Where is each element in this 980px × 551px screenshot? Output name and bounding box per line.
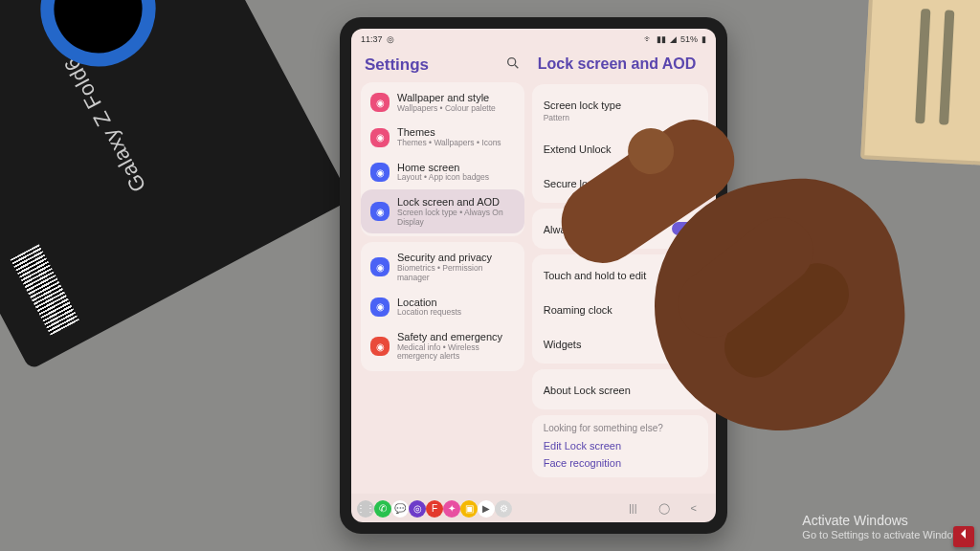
suggestions-card: Looking for something else?Edit Lock scr… bbox=[532, 415, 708, 477]
flipboard-icon[interactable]: F bbox=[426, 500, 443, 518]
settings-row-subtitle: Medical info • Wireless emergency alerts bbox=[397, 343, 515, 363]
palette-icon: ◉ bbox=[370, 128, 390, 147]
settings-row-title: Wallpaper and style bbox=[397, 92, 496, 104]
product-box-label: Galaxy Z Fold6 bbox=[59, 53, 151, 196]
settings-row-subtitle: Wallpapers • Colour palette bbox=[397, 104, 496, 114]
settings-row-subtitle: Screen lock type • Always On Display bbox=[397, 209, 515, 228]
search-button[interactable] bbox=[505, 55, 521, 75]
tablet-device: 11:37 ◎ ᯤ ▮▮ ◢ 51% ▮ Settings ◉Wall bbox=[340, 17, 727, 534]
home-icon: ◉ bbox=[370, 163, 390, 182]
wood-block bbox=[860, 0, 980, 166]
battery-icon: ▮ bbox=[702, 34, 706, 44]
settings-row-subtitle: Themes • Wallpapers • Icons bbox=[397, 139, 501, 148]
product-box: Galaxy Z Fold6 bbox=[0, 0, 351, 370]
gallery-icon[interactable]: ▣ bbox=[460, 500, 478, 518]
settings-row-home-screen[interactable]: ◉Home screenLayout • App icon badges bbox=[361, 155, 524, 189]
phone-icon[interactable]: ✆ bbox=[374, 500, 391, 518]
settings-pane: Settings ◉Wallpaper and styleWallpapers … bbox=[351, 48, 530, 494]
nav-recents[interactable]: ||| bbox=[629, 502, 637, 515]
settings-header: Settings bbox=[361, 48, 524, 77]
settings-title: Settings bbox=[365, 55, 429, 75]
settings-row-themes[interactable]: ◉ThemesThemes • Wallpapers • Icons bbox=[361, 120, 524, 154]
status-time: 11:37 bbox=[361, 34, 383, 44]
windows-watermark: Activate Windows Go to Settings to activ… bbox=[802, 513, 969, 541]
lock-icon: ◉ bbox=[370, 202, 390, 221]
signal-icon: ◢ bbox=[670, 34, 677, 44]
toggle[interactable] bbox=[672, 222, 697, 235]
status-notification-icon: ◎ bbox=[387, 34, 394, 44]
detail-row-label: Touch and hold to edit bbox=[544, 270, 647, 281]
play-store-icon[interactable]: ▶ bbox=[478, 500, 495, 518]
settings-row-location[interactable]: ◉LocationLocation requests bbox=[361, 290, 524, 324]
detail-row-label: Secure lock settings bbox=[544, 178, 637, 189]
messages-icon[interactable]: 💬 bbox=[391, 500, 409, 518]
settings-icon[interactable]: ⚙ bbox=[495, 500, 512, 518]
detail-row-extend-unlock[interactable]: Extend Unlock bbox=[532, 131, 708, 165]
detail-row-label: Screen lock type bbox=[544, 99, 621, 111]
watermark-title: Activate Windows bbox=[802, 513, 969, 529]
sos-icon: ◉ bbox=[370, 337, 390, 356]
shield-icon: ◉ bbox=[370, 257, 390, 276]
suggestion-link[interactable]: Face recognition bbox=[544, 454, 697, 472]
detail-row-label: Extend Unlock bbox=[544, 143, 612, 155]
detail-row-roaming-clock[interactable]: Roaming clock bbox=[532, 292, 708, 326]
status-bar: 11:37 ◎ ᯤ ▮▮ ◢ 51% ▮ bbox=[351, 29, 716, 48]
detail-row-screen-lock-type[interactable]: Screen lock typePattern bbox=[532, 87, 708, 131]
nav-back[interactable]: < bbox=[691, 502, 697, 515]
image-icon: ◉ bbox=[370, 93, 390, 112]
browser-icon[interactable]: ◎ bbox=[409, 500, 426, 518]
product-box-camera-ring bbox=[20, 0, 175, 87]
settings-row-subtitle: Biometrics • Permission manager bbox=[397, 264, 515, 283]
toggle[interactable] bbox=[672, 268, 697, 281]
settings-row-safety-and-emergency[interactable]: ◉Safety and emergencyMedical info • Wire… bbox=[361, 324, 524, 368]
settings-row-subtitle: Location requests bbox=[397, 308, 461, 318]
detail-row-label: Roaming clock bbox=[544, 304, 612, 316]
settings-row-lock-screen-and-aod[interactable]: ◉Lock screen and AODScreen lock type • A… bbox=[361, 189, 524, 233]
suggestions-heading: Looking for something else? bbox=[544, 423, 697, 433]
svg-line-1 bbox=[515, 65, 518, 68]
detail-row-value: Pattern bbox=[544, 113, 621, 122]
detail-row-touch-and-hold-to-edit[interactable]: Touch and hold to edit bbox=[532, 257, 708, 292]
detail-row-secure-lock-settings[interactable]: Secure lock settings bbox=[532, 165, 708, 200]
detail-title: Lock screen and AOD bbox=[532, 48, 708, 78]
corner-badge-icon bbox=[953, 526, 974, 547]
detail-row-about-lock-screen[interactable]: About Lock screen bbox=[532, 372, 708, 407]
svg-point-0 bbox=[507, 58, 515, 66]
detail-row-label: About Lock screen bbox=[544, 385, 631, 396]
detail-row-label: Always On Display bbox=[544, 224, 632, 235]
signal-icon: ▮▮ bbox=[657, 34, 666, 44]
settings-row-subtitle: Layout • App icon badges bbox=[397, 173, 489, 183]
detail-row-widgets[interactable]: Widgets bbox=[532, 326, 708, 361]
wifi-icon: ᯤ bbox=[644, 34, 653, 44]
screen: 11:37 ◎ ᯤ ▮▮ ◢ 51% ▮ Settings ◉Wall bbox=[351, 29, 716, 522]
apps-icon[interactable]: ⋮⋮ bbox=[357, 500, 374, 518]
watermark-subtitle: Go to Settings to activate Windows. bbox=[802, 529, 969, 541]
settings-row-security-and-privacy[interactable]: ◉Security and privacyBiometrics • Permis… bbox=[361, 245, 524, 289]
suggestion-link[interactable]: Edit Lock screen bbox=[544, 437, 697, 454]
battery-text: 51% bbox=[680, 34, 698, 44]
settings-row-title: Lock screen and AOD bbox=[397, 196, 515, 209]
detail-pane: Lock screen and AOD Screen lock typePatt… bbox=[530, 48, 716, 494]
location-icon: ◉ bbox=[370, 298, 390, 317]
detail-row-label: Widgets bbox=[544, 339, 582, 350]
toggle[interactable] bbox=[672, 302, 697, 316]
settings-row-wallpaper-and-style[interactable]: ◉Wallpaper and styleWallpapers • Colour … bbox=[361, 85, 524, 120]
barcode bbox=[11, 244, 79, 335]
taskbar: ⋮⋮✆💬◎F✦▣▶⚙ ||| ◯ < bbox=[351, 494, 716, 522]
detail-row-always-on-display[interactable]: Always On Display bbox=[532, 211, 708, 246]
search-icon bbox=[505, 55, 521, 71]
nav-home[interactable]: ◯ bbox=[658, 502, 670, 515]
settings-row-title: Safety and emergency bbox=[397, 331, 515, 343]
galaxy-store-icon[interactable]: ✦ bbox=[443, 500, 460, 518]
